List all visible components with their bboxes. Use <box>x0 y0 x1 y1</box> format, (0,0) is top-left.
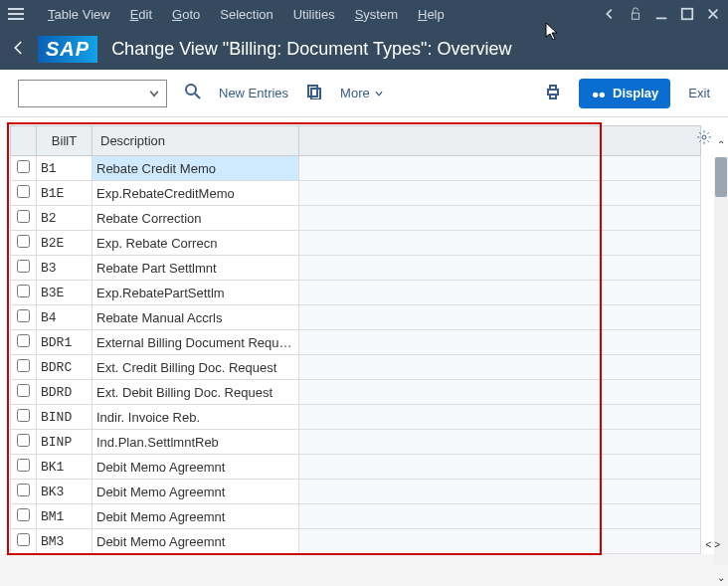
menu-system[interactable]: System <box>345 3 408 26</box>
table-row[interactable]: B3Rebate Part Settlmnt <box>11 256 701 281</box>
command-field[interactable] <box>18 80 167 107</box>
row-checkbox[interactable] <box>17 334 30 347</box>
row-checkbox[interactable] <box>17 434 30 447</box>
minimize-icon[interactable] <box>654 7 668 21</box>
table-row[interactable]: B1EExp.RebateCreditMemo <box>11 181 701 206</box>
row-checkbox[interactable] <box>17 533 30 546</box>
menu-table-view[interactable]: Table View <box>38 3 120 26</box>
row-checkbox[interactable] <box>17 309 30 322</box>
billt-cell[interactable]: BDR1 <box>37 330 92 355</box>
col-billt[interactable]: BillT <box>37 126 92 156</box>
description-cell[interactable]: Indir. Invoice Reb. <box>92 405 299 430</box>
table-row[interactable]: BINDIndir. Invoice Reb. <box>11 405 701 430</box>
billt-cell[interactable]: BM1 <box>37 504 92 529</box>
description-cell[interactable]: Ind.Plan.SettlmntReb <box>92 430 299 455</box>
billt-cell[interactable]: BK3 <box>37 480 92 504</box>
description-cell[interactable]: Rebate Part Settlmnt <box>92 256 299 281</box>
billt-cell[interactable]: BM3 <box>37 529 92 554</box>
table-row[interactable]: BM3Debit Memo Agreemnt <box>11 529 701 554</box>
billt-cell[interactable]: B2E <box>37 231 92 256</box>
row-checkbox[interactable] <box>17 210 30 223</box>
row-checkbox[interactable] <box>17 384 30 397</box>
row-checkbox[interactable] <box>17 260 30 273</box>
table-row[interactable]: B2EExp. Rebate Correcn <box>11 231 701 256</box>
row-checkbox[interactable] <box>17 285 30 297</box>
close-icon[interactable] <box>706 7 720 21</box>
print-button[interactable] <box>545 84 561 102</box>
menu-selection[interactable]: Selection <box>210 3 282 26</box>
rest-cell <box>299 430 701 455</box>
billt-cell[interactable]: B2 <box>37 206 92 231</box>
table-row[interactable]: B1Rebate Credit Memo <box>11 156 701 181</box>
row-checkbox-cell <box>11 380 37 405</box>
table-row[interactable]: B4Rebate Manual Accrls <box>11 305 701 330</box>
unlock-icon[interactable] <box>629 7 642 21</box>
description-cell[interactable]: Ext. Credit Billing Doc. Request <box>92 355 299 380</box>
table-row[interactable]: B3EExp.RebatePartSettlm <box>11 281 701 305</box>
row-checkbox[interactable] <box>17 459 30 472</box>
menu-edit[interactable]: Edit <box>120 3 162 26</box>
description-cell[interactable]: External Billing Document Requ… <box>92 330 299 355</box>
billt-cell[interactable]: BIND <box>37 405 92 430</box>
billt-cell[interactable]: B1 <box>37 156 92 181</box>
billt-cell[interactable]: BDRC <box>37 355 92 380</box>
description-cell[interactable]: Ext. Debit Billing Doc. Request <box>92 380 299 405</box>
table-row[interactable]: BDR1External Billing Document Requ… <box>11 330 701 355</box>
vertical-scrollbar[interactable]: ⌃ ⌄ <box>714 157 728 565</box>
description-cell[interactable]: Exp. Rebate Correcn <box>92 231 299 256</box>
billt-cell[interactable]: BDRD <box>37 380 92 405</box>
description-cell[interactable]: Rebate Correction <box>92 206 299 231</box>
billt-cell[interactable]: B3 <box>37 256 92 281</box>
hamburger-icon[interactable] <box>8 6 24 22</box>
new-entries-button[interactable]: New Entries <box>219 86 288 100</box>
scroll-up-icon[interactable]: ⌃ <box>714 139 728 150</box>
row-checkbox-cell <box>11 330 37 355</box>
row-checkbox[interactable] <box>17 160 30 173</box>
scroll-down-icon[interactable]: ⌄ <box>714 572 728 583</box>
description-cell[interactable]: Rebate Manual Accrls <box>92 305 299 330</box>
search-button[interactable] <box>185 84 201 102</box>
svg-point-12 <box>593 92 598 97</box>
row-checkbox[interactable] <box>17 409 30 422</box>
back-button[interactable] <box>10 39 28 60</box>
table-row[interactable]: BK1Debit Memo Agreemnt <box>11 455 701 480</box>
description-cell[interactable]: Debit Memo Agreemnt <box>92 480 299 504</box>
table-row[interactable]: BDRCExt. Credit Billing Doc. Request <box>11 355 701 380</box>
col-description[interactable]: Description <box>92 126 299 156</box>
menu-help[interactable]: Help <box>408 3 455 26</box>
settings-button[interactable] <box>696 129 712 148</box>
display-button[interactable]: Display <box>579 79 670 108</box>
table-row[interactable]: BINPInd.Plan.SettlmntReb <box>11 430 701 455</box>
billt-cell[interactable]: BINP <box>37 430 92 455</box>
more-button[interactable]: More <box>340 86 384 100</box>
chevron-left-icon[interactable] <box>603 7 617 21</box>
exit-button[interactable]: Exit <box>688 86 710 100</box>
row-checkbox[interactable] <box>17 359 30 372</box>
description-cell[interactable]: Exp.RebateCreditMemo <box>92 181 299 206</box>
description-cell[interactable]: Exp.RebatePartSettlm <box>92 281 299 305</box>
row-checkbox[interactable] <box>17 235 30 248</box>
billt-cell[interactable]: BK1 <box>37 455 92 480</box>
description-cell[interactable]: Debit Memo Agreemnt <box>92 504 299 529</box>
table-row[interactable]: BM1Debit Memo Agreemnt <box>11 504 701 529</box>
row-checkbox[interactable] <box>17 508 30 521</box>
billt-cell[interactable]: B4 <box>37 305 92 330</box>
copy-button[interactable] <box>306 84 322 102</box>
maximize-icon[interactable] <box>680 7 694 21</box>
description-cell[interactable]: Rebate Credit Memo <box>92 156 299 181</box>
description-cell[interactable]: Debit Memo Agreemnt <box>92 529 299 554</box>
scroll-thumb[interactable] <box>715 157 727 197</box>
rest-cell <box>299 305 701 330</box>
menu-utilities[interactable]: Utilities <box>283 3 345 26</box>
menu-goto[interactable]: Goto <box>162 3 210 26</box>
table-row[interactable]: BDRDExt. Debit Billing Doc. Request <box>11 380 701 405</box>
table-row[interactable]: B2Rebate Correction <box>11 206 701 231</box>
description-cell[interactable]: Debit Memo Agreemnt <box>92 455 299 480</box>
col-select[interactable] <box>11 126 37 156</box>
table-row[interactable]: BK3Debit Memo Agreemnt <box>11 480 701 504</box>
row-checkbox[interactable] <box>17 484 30 496</box>
billt-cell[interactable]: B3E <box>37 281 92 305</box>
horizontal-scroll-arrows[interactable]: < > <box>706 539 720 550</box>
billt-cell[interactable]: B1E <box>37 181 92 206</box>
row-checkbox[interactable] <box>17 185 30 198</box>
